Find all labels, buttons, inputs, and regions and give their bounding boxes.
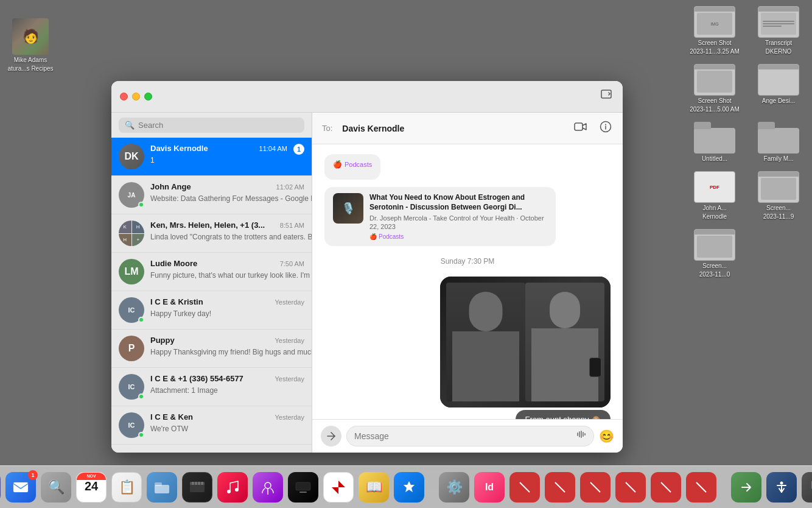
dock-icon-blocked5[interactable]: [651, 472, 681, 503]
dock-icon-accessibility[interactable]: [766, 472, 797, 503]
conv-time-ice-ken: Yesterday: [275, 414, 304, 421]
message-input-wrapper[interactable]: [346, 426, 594, 446]
desktop-file-ss1[interactable]: IMG Screen Shot 2023-11...3.25 AM: [687, 6, 742, 55]
conv-preview-p: Happy Thanksgiving my friend! Big hugs a…: [150, 348, 312, 356]
conversation-item-ken[interactable]: K H H + Ken, Mrs. Helen, Helen, +1 (3...…: [111, 214, 312, 253]
desktop-file-un1[interactable]: Untitled...: [687, 122, 742, 162]
info-button[interactable]: [598, 119, 613, 137]
podcast-thumbnail-2: 🎙️: [333, 193, 363, 224]
dock-icon-news[interactable]: [323, 472, 354, 503]
dock-icon-files[interactable]: [147, 472, 177, 503]
dock-icon-id[interactable]: Id: [474, 472, 505, 503]
conversation-item-ice-ken[interactable]: IC I C E & Ken Yesterday We're OTW: [111, 406, 312, 445]
app-drawer-button[interactable]: [321, 426, 341, 446]
conv-name-ice-ken: I C E & Ken: [150, 412, 193, 422]
screenshot-icon-ss1: IMG: [694, 6, 735, 38]
emoji-button[interactable]: 😊: [599, 429, 614, 443]
online-indicator-ja: [138, 202, 144, 208]
file-label-ss4: Screen...: [702, 263, 727, 269]
desktop-file-ss2[interactable]: Screen Shot 2023-11...5.00 AM: [687, 64, 742, 113]
dock-icon-mission[interactable]: [0, 472, 1, 503]
podcast-source-label-1: Podcasts: [345, 161, 372, 168]
dock-icon-blocked2[interactable]: [545, 472, 575, 503]
desktop-file-ts1[interactable]: Transcript DKERNO: [751, 6, 806, 55]
dock-icon-podcasts[interactable]: [253, 472, 283, 503]
dock-icon-claquette[interactable]: [182, 472, 212, 503]
group-dot-ice-ken: [138, 432, 144, 438]
chat-area: To: Davis Kernodle: [312, 113, 623, 453]
dock-icon-spotlight[interactable]: 🔍: [41, 472, 71, 503]
from-label: From aunt shanny 🙈: [516, 410, 611, 419]
dock-icon-blocked1[interactable]: [509, 472, 540, 503]
dock-icon-arrow[interactable]: [731, 472, 761, 503]
search-input[interactable]: [138, 121, 298, 130]
conversation-item-p[interactable]: P Puppy Yesterday Happy Thanksgiving my …: [111, 330, 312, 368]
spotlight-emoji: 🔍: [48, 479, 65, 495]
avatar-dk: DK: [119, 144, 144, 169]
dock-icon-appstore[interactable]: [394, 472, 424, 503]
desktop-file-ss3[interactable]: Screen... 2023-11...9: [751, 171, 806, 220]
user-name-label: Mike Adams: [14, 57, 47, 63]
minimize-button[interactable]: [132, 93, 140, 101]
svg-rect-7: [583, 432, 584, 437]
search-wrapper[interactable]: 🔍: [119, 118, 304, 133]
conv-time-ice-k: Yesterday: [275, 298, 304, 306]
maximize-button[interactable]: [144, 93, 152, 101]
avatar-container-p: P: [119, 336, 144, 361]
dock-icon-mail[interactable]: 1: [5, 472, 36, 503]
desktop-file-ja1[interactable]: PDF John A... Kernodle: [687, 171, 742, 220]
video-call-button[interactable]: [573, 121, 589, 136]
podcast-source-row-2: 🍎 Podcasts: [369, 233, 547, 240]
conversation-item-ice-num[interactable]: IC I C E & +1 (336) 554-6577 Yesterday A…: [111, 368, 312, 406]
dock-icon-calendar[interactable]: NOV 24: [76, 472, 107, 503]
avatar-lm: LM: [119, 259, 144, 284]
file-label-ss3: Screen...: [766, 205, 791, 211]
dock-icon-music[interactable]: [217, 472, 248, 503]
svg-rect-35: [296, 482, 310, 490]
close-button[interactable]: [120, 93, 128, 101]
dock-icon-blocked6[interactable]: [686, 472, 716, 503]
conversation-item-ja[interactable]: JA John Ange 11:02 AM Website: Data Gath…: [111, 176, 312, 214]
dock-icon-sysprefs[interactable]: ⚙️: [439, 472, 469, 503]
file-sublabel-ts1: DKERNO: [766, 48, 792, 55]
conversation-item-dk[interactable]: DK Davis Kernodle 11:04 AM 1 1: [111, 138, 312, 176]
avatar-ken: K H H +: [119, 220, 144, 246]
dock-icon-blocked3[interactable]: [580, 472, 611, 503]
dock-icon-books[interactable]: 📖: [359, 472, 389, 503]
audio-button[interactable]: [576, 430, 586, 442]
conversation-item-ice-k[interactable]: IC I C E & Kristin Yesterday Happy Turke…: [111, 291, 312, 330]
compose-button[interactable]: [598, 87, 614, 106]
dock-icon-appletv[interactable]: [288, 472, 318, 503]
conv-header-lm: Ludie Moore 7:50 AM: [150, 259, 304, 268]
desktop-file-ss4[interactable]: Screen... 2023-11...0: [687, 229, 742, 278]
conv-content-ice-ken: I C E & Ken Yesterday We're OTW: [150, 412, 304, 434]
conv-header-p: Puppy Yesterday: [150, 336, 304, 345]
conversation-item-lm[interactable]: LM Ludie Moore 7:50 AM Funny picture, th…: [111, 253, 312, 291]
desktop-file-ad1[interactable]: Ange Desi...: [751, 64, 806, 113]
message-input[interactable]: [354, 431, 572, 441]
conv-time-ice-num: Yesterday: [275, 375, 304, 383]
conv-preview-lm: Funny picture, that's what our turkey lo…: [150, 271, 312, 280]
dock-icon-blocked4[interactable]: [615, 472, 646, 503]
avatar-container-ice-k: IC: [119, 297, 144, 323]
conv-content-ja: John Ange 11:02 AM Website: Data Gatheri…: [150, 182, 304, 203]
conv-header-ken: Ken, Mrs. Helen, Helen, +1 (3... 8:51 AM: [150, 220, 304, 230]
avatar-p: P: [119, 336, 144, 361]
group-dot-ice-num: [138, 393, 144, 400]
screenshot-icon-ss3: [758, 171, 799, 203]
user-avatar: 🧑: [12, 18, 49, 55]
svg-rect-5: [579, 431, 580, 437]
screenshot-icon-ss4: [694, 229, 735, 261]
dock-icon-reminders[interactable]: 📋: [111, 472, 142, 503]
dock-icon-finder2[interactable]: 🖥️: [802, 472, 812, 503]
desktop-file-fm1[interactable]: Family M...: [751, 122, 806, 162]
unread-badge-dk: 1: [293, 144, 304, 155]
podcast-bubble-1: 🍎 Podcasts: [324, 154, 380, 180]
avatar-container-ja: JA: [119, 182, 144, 208]
podcast-source-text-2: Podcasts: [379, 233, 404, 240]
pdf-icon-ja1: PDF: [694, 171, 735, 203]
doc-icon-ad1: [758, 64, 799, 96]
desktop-user-icon[interactable]: 🧑 Mike Adams atura...s Recipes: [6, 18, 55, 72]
calendar-month: NOV: [77, 473, 106, 480]
avatar-container-ice-ken: IC: [119, 412, 144, 438]
